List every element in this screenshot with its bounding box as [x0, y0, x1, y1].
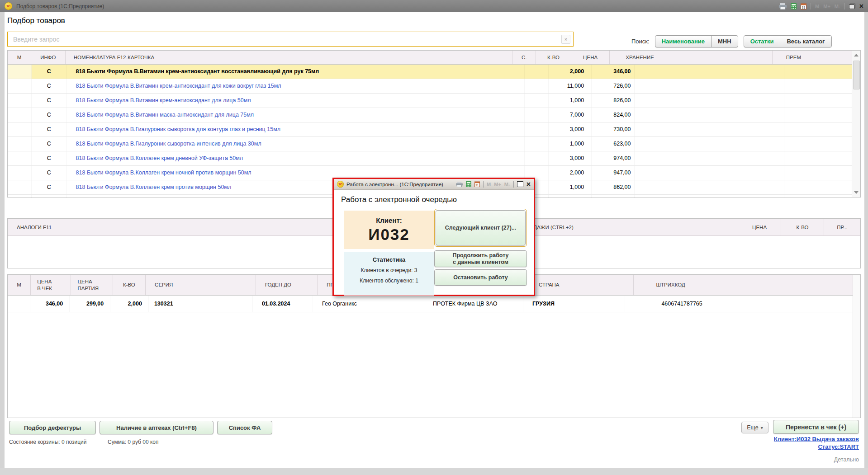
search-scope-group: Остатки Весь каталог	[744, 35, 832, 47]
whole-catalog-button[interactable]: Весь каталог	[780, 36, 831, 47]
col-m[interactable]: М	[8, 275, 31, 295]
close-window-button[interactable]	[859, 3, 863, 10]
series-value: 130321	[149, 296, 253, 312]
page-title: Подбор товаров	[7, 16, 65, 25]
window-title: Подбор товаров (1С:Предприятие)	[16, 3, 104, 9]
series-table-scrollbar[interactable]	[853, 275, 860, 418]
window-left-edge	[0, 12, 5, 468]
print-icon[interactable]	[779, 3, 787, 9]
search-by-mnn-button[interactable]: МНН	[711, 36, 738, 47]
table-row[interactable]: С818 Бьюти Формула В.Витамин крем-антиок…	[8, 79, 860, 94]
memory-m-minus-button[interactable]: M-	[835, 4, 840, 9]
col-price-batch[interactable]: ЦЕНАПАРТИЯ	[71, 275, 113, 295]
scroll-down-icon[interactable]	[854, 191, 859, 194]
scroll-up-icon[interactable]	[854, 54, 859, 56]
col-series[interactable]: СЕРИЯ	[146, 275, 256, 295]
modal-heading: Работа с электронной очередью	[341, 195, 457, 204]
table-row-selected[interactable]: С818 Бьюти Формула В.Витамин крем-антиок…	[8, 65, 860, 79]
col-qty[interactable]: К-ВО	[113, 275, 146, 295]
col-price[interactable]: ЦЕНА	[571, 51, 610, 64]
close-window-button[interactable]	[526, 181, 531, 188]
stop-work-button[interactable]: Остановить работу	[434, 269, 527, 286]
window-bottom-edge	[0, 468, 868, 475]
focused-button-ring: Следующий клиент (27)...	[434, 209, 527, 247]
clients-in-queue-text: Клиентов в очереди: 3	[361, 267, 417, 273]
clear-search-icon[interactable]	[561, 35, 570, 44]
titlebar-separator	[483, 181, 484, 188]
maximize-window-button[interactable]	[517, 181, 523, 187]
search-input[interactable]	[12, 35, 561, 43]
continue-with-client-button[interactable]: Продолжить работу с данным клиентом	[434, 250, 527, 267]
client-link[interactable]: Клиент:И032 Выдача заказов	[774, 436, 859, 442]
col-country[interactable]: СТРАНА	[530, 275, 634, 295]
table-row[interactable]: С818 Бьюти Формула В.Гиалуроник сыворотк…	[8, 122, 860, 137]
series-row[interactable]: 346,00 299,00 2,000 130321 01.03.2024 Ге…	[8, 296, 860, 312]
nomenclature-table: М ИНФО НОМЕНКЛАТУРА F12-КАРТОЧКА С. К-ВО…	[7, 50, 861, 198]
modal-titlebar[interactable]: Работа с электронн... (1С:Предприятие) 3…	[334, 179, 534, 190]
search-mode-group: Наименование МНН	[655, 35, 738, 47]
memory-m-plus-button[interactable]: M+	[494, 182, 501, 187]
search-mode-label: Поиск:	[631, 38, 650, 45]
sales-col-qty[interactable]: К-ВО	[781, 219, 824, 235]
col-barcode[interactable]: ШТРИХКОД	[643, 275, 860, 295]
manufacturer-value: Гео Органикс	[313, 296, 429, 312]
defect-selection-button[interactable]: Подбор дефектуры	[9, 421, 96, 434]
restore-window-button[interactable]	[849, 4, 855, 9]
memory-m-button[interactable]: M	[487, 182, 491, 187]
clients-served-text: Клиентов обслужено: 1	[360, 277, 418, 284]
table-row[interactable]: С818 Бьюти Формула В.Витамин крем-антиок…	[8, 94, 860, 108]
scroll-thumb[interactable]	[853, 61, 860, 89]
1c-logo-icon	[337, 181, 344, 188]
col-s[interactable]: С.	[512, 51, 536, 64]
table-row[interactable]: С818 Бьюти Формула В.Витамин маска-антио…	[8, 108, 860, 122]
svg-text:31: 31	[475, 183, 479, 187]
sales-col-price[interactable]: ЦЕНА	[738, 219, 781, 235]
memory-m-minus-button[interactable]: M-	[504, 182, 510, 187]
calendar-icon[interactable]: 31	[474, 181, 480, 187]
col-qty[interactable]: К-ВО	[536, 51, 571, 64]
availability-pharmacies-button[interactable]: Наличие в аптеках (Ctrl+F8)	[100, 421, 213, 434]
queue-modal: Работа с электронн... (1С:Предприятие) 3…	[332, 178, 535, 296]
modal-title: Работа с электронн... (1С:Предприятие)	[346, 182, 443, 187]
calculator-icon[interactable]	[466, 181, 471, 187]
col-expiry[interactable]: ГОДЕН ДО	[256, 275, 318, 295]
col-storage[interactable]: ХРАНЕНИЕ	[610, 51, 772, 64]
stock-only-button[interactable]: Остатки	[744, 36, 780, 47]
titlebar-separator	[844, 3, 845, 9]
memory-m-plus-button[interactable]: M+	[823, 4, 830, 9]
search-controls: Поиск: Наименование МНН Остатки Весь кат…	[631, 35, 832, 47]
qty-value: 2,000	[110, 296, 149, 312]
barcode-value: 4606741787765	[634, 296, 860, 312]
analogs-title: АНАЛОГИ F11	[17, 225, 52, 230]
col-name[interactable]: НОМЕНКЛАТУРА F12-КАРТОЧКА	[66, 51, 512, 64]
calendar-icon[interactable]: 31	[801, 3, 806, 9]
col-spacer	[634, 275, 643, 295]
nomenclature-table-header: М ИНФО НОМЕНКЛАТУРА F12-КАРТОЧКА С. К-ВО…	[8, 51, 860, 65]
table-row[interactable]: С818 Бьюти Формула В.Коллаген крем дневн…	[8, 151, 860, 166]
country-value: ГРУЗИЯ	[523, 296, 625, 312]
search-by-name-button[interactable]: Наименование	[655, 36, 711, 47]
status-link[interactable]: Статус:START	[818, 443, 859, 450]
calculator-icon[interactable]	[791, 3, 797, 9]
table-row[interactable]: С818 Бьюти Формула В.Гиалуроник сыворотк…	[8, 137, 860, 151]
svg-text:31: 31	[802, 5, 806, 9]
col-m[interactable]: М	[8, 51, 31, 64]
col-price-check[interactable]: ЦЕНАВ ЧЕК	[31, 275, 71, 295]
col-info[interactable]: ИНФО	[31, 51, 66, 64]
col-prem[interactable]: ПРЕМ	[773, 51, 860, 64]
window-right-edge	[864, 12, 868, 468]
client-code: И032	[368, 226, 410, 244]
table-scrollbar[interactable]	[852, 51, 860, 197]
fa-list-button[interactable]: Список ФА	[217, 421, 272, 434]
print-icon[interactable]	[456, 182, 463, 187]
sales-col-pr[interactable]: ПР...	[824, 219, 860, 235]
next-client-button[interactable]: Следующий клиент (27)...	[436, 210, 526, 245]
price-batch-value: 299,00	[70, 296, 110, 312]
detail-text: Детально	[834, 456, 859, 463]
memory-m-button[interactable]: M	[815, 4, 819, 9]
transfer-to-receipt-button[interactable]: Перенести в чек (+)	[773, 420, 859, 434]
price-check-value: 346,00	[30, 296, 70, 312]
more-button[interactable]: Еще	[741, 422, 768, 433]
titlebar-separator	[513, 181, 514, 188]
window-titlebar: Подбор товаров (1С:Предприятие) 31 M M+ …	[0, 0, 868, 12]
